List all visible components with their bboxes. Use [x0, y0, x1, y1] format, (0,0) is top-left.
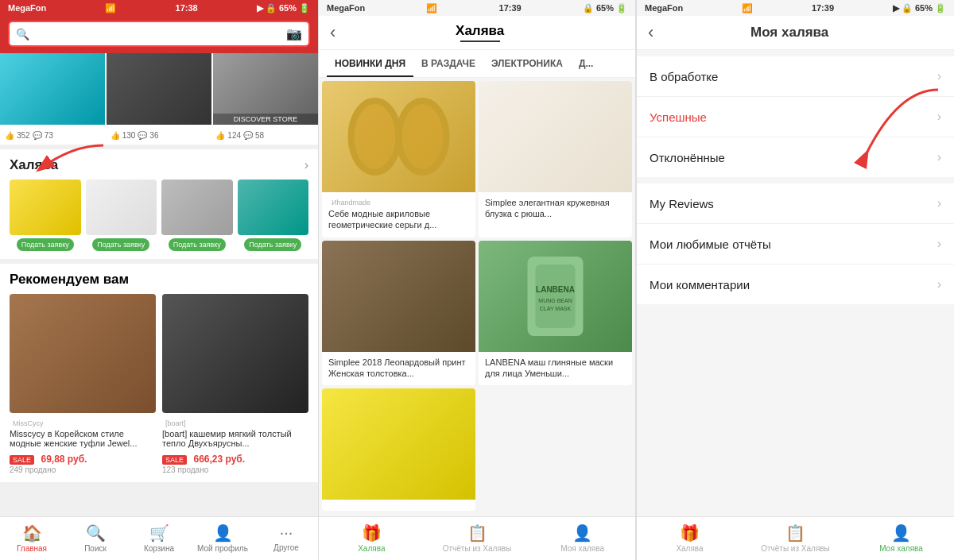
chevron-fav-reports: ›: [937, 237, 941, 251]
title-underline-2: [460, 41, 500, 42]
earrings-svg: [322, 81, 475, 192]
right-icons-3: ▶ 🔒 65% 🔋: [893, 3, 946, 14]
menu-successful[interactable]: Успешные ›: [637, 97, 954, 137]
apply-btn-1[interactable]: Подать заявку: [17, 238, 74, 251]
gift-icon-2: 🎁: [362, 523, 382, 543]
back-button-2[interactable]: ‹: [330, 22, 335, 43]
menu-label-processing: В обработке: [650, 70, 718, 83]
product-card-5[interactable]: [322, 388, 475, 511]
nav3-khalyava-label: Халява: [676, 544, 703, 553]
nav-search[interactable]: 🔍 Поиск: [64, 522, 127, 554]
bottom-nav-3: 🎁 Халява 📋 Отчёты из Халявы 👤 Моя халява: [637, 516, 954, 560]
khalyava-item-4: Подать заявку: [238, 180, 309, 251]
back-button-3[interactable]: ‹: [648, 22, 653, 43]
product-card-info-3: Simplee 2018 Леопардовый принт Женская т…: [322, 352, 475, 386]
recommend-item-1[interactable]: MissCycy Misscycy в Корейском стиле модн…: [10, 294, 156, 474]
nav3-reports[interactable]: 📋 Отчёты из Халявы: [743, 522, 848, 554]
nav3-my-khalyava[interactable]: 👤 Моя халява: [848, 522, 954, 554]
nav-home-label: Главная: [17, 544, 47, 553]
like-count-2: 130: [122, 131, 136, 140]
apply-btn-2[interactable]: Подать заявку: [92, 238, 149, 251]
menu-my-comments[interactable]: Мои комментарии ›: [637, 265, 954, 304]
my-khalyava-icon-2: 👤: [572, 523, 592, 543]
tab-novosti[interactable]: НОВИНКИ ДНЯ: [327, 50, 413, 77]
products-grid: Иhandmade Себе модные акриловые геометри…: [319, 78, 635, 514]
product-card-info-4: LANBENA маш глиняные маски для лица Умен…: [479, 352, 632, 386]
carrier-1: MegaFon: [8, 3, 46, 13]
phone3-content: В обработке › Успешные › Отклонённые ›: [637, 50, 954, 516]
product-card-2[interactable]: Simplee элегантная кружевная блузка с рю…: [479, 81, 632, 238]
sale-badge-2: SALE: [162, 455, 187, 465]
nav-home[interactable]: 🏠 Главная: [0, 522, 64, 554]
menu-in-processing[interactable]: В обработке ›: [637, 56, 954, 97]
menu-fav-reports[interactable]: Мои любимые отчёты ›: [637, 224, 954, 265]
nav2-reports[interactable]: 📋 Отчёты из Халявы: [425, 522, 530, 554]
camera-icon[interactable]: 📷: [286, 26, 302, 41]
phone1-content: DISCOVER STORE 👍 352 💬 73 👍 130 💬 36 👍 1…: [0, 53, 318, 516]
tab-razdacha[interactable]: В РАЗДАЧЕ: [413, 50, 483, 77]
product-card-info-1: Иhandmade Себе модные акриловые геометри…: [322, 192, 475, 238]
recommend-item-2[interactable]: [boart] [boart] кашемир мягкий толстый т…: [162, 294, 308, 474]
chevron-comments: ›: [937, 277, 941, 292]
menu-rejected[interactable]: Отклонённые ›: [637, 137, 954, 177]
nav-cart-label: Корзина: [144, 544, 174, 553]
product-img-blouse: [479, 81, 632, 192]
time-3: 17:39: [812, 3, 834, 13]
khalyava-arrow[interactable]: ›: [304, 158, 308, 172]
search-input[interactable]: smart power strip: [34, 28, 281, 40]
nav-cart[interactable]: 🛒 Корзина: [127, 522, 191, 554]
product-card-3[interactable]: Simplee 2018 Леопардовый принт Женская т…: [322, 241, 475, 386]
stat-2: 👍 130 💬 36: [107, 131, 211, 140]
rec-price-row-2: SALE 666,23 руб.: [162, 451, 308, 465]
nav2-khalyava[interactable]: 🎁 Халява: [319, 522, 425, 554]
nav-more[interactable]: ··· Другое: [254, 522, 318, 554]
home-icon: 🏠: [22, 523, 42, 543]
khalyava-title: Халява: [10, 157, 58, 173]
signal-icon-1: 📶: [105, 3, 116, 14]
right-icons-2: 🔒 65% 🔋: [583, 3, 627, 14]
right-icons-1: ▶ 🔒 65% 🔋: [257, 3, 310, 14]
chevron-rejected: ›: [937, 150, 941, 164]
sold-2: 123 продано: [162, 465, 308, 474]
menu-section-1: В обработке › Успешные › Отклонённые ›: [637, 56, 954, 177]
like-icon-2: 👍: [111, 131, 120, 140]
nav2-reports-label: Отчёты из Халявы: [443, 544, 512, 553]
nav3-my-khalyava-label: Моя халява: [879, 544, 923, 553]
menu-label-reviews: My Reviews: [650, 197, 714, 210]
sold-1: 249 продано: [10, 465, 156, 474]
menu-my-reviews[interactable]: My Reviews ›: [637, 183, 954, 224]
khalyava-img-3: [161, 180, 233, 235]
comment-count-2: 36: [149, 131, 158, 140]
product-name-3: Simplee 2018 Леопардовый принт Женская т…: [328, 357, 469, 380]
nav-search-label: Поиск: [84, 544, 107, 553]
khalyava-item-3: Подать заявку: [161, 180, 233, 251]
product-img-cyan: [0, 53, 105, 125]
khalyava-item-1: Подать заявку: [10, 180, 81, 251]
bottom-nav-2: 🎁 Халява 📋 Отчёты из Халявы 👤 Моя халява: [319, 516, 635, 560]
product-card-4[interactable]: LANBENA MUNG BEAN CLAY MASK LANBENA маш …: [479, 241, 632, 386]
more-icon: ···: [280, 523, 293, 542]
rec-brand-1: MissCycy: [10, 418, 156, 429]
apply-btn-4[interactable]: Подать заявку: [244, 238, 301, 251]
sale-badge-1: SALE: [10, 455, 34, 465]
bottom-nav-1: 🏠 Главная 🔍 Поиск 🛒 Корзина 👤 Мой профил…: [0, 516, 318, 560]
signal-icon-2: 📶: [426, 3, 437, 14]
svg-text:MUNG BEAN: MUNG BEAN: [538, 298, 572, 303]
tab-more[interactable]: Д...: [571, 50, 602, 77]
nav2-my-khalyava[interactable]: 👤 Моя халява: [529, 522, 635, 554]
tab-elektronika[interactable]: ЭЛЕКТРОНИКА: [483, 50, 571, 77]
carrier-3: MegaFon: [645, 3, 683, 13]
product-name-4: LANBENA маш глиняные маски для лица Умен…: [485, 357, 626, 380]
product-img-2: [107, 53, 211, 125]
nav3-khalyava[interactable]: 🎁 Халява: [637, 522, 743, 554]
tabs-2: НОВИНКИ ДНЯ В РАЗДАЧЕ ЭЛЕКТРОНИКА Д...: [319, 50, 635, 78]
product-card-1[interactable]: Иhandmade Себе модные акриловые геометри…: [322, 81, 475, 238]
carrier-2: MegaFon: [327, 3, 365, 13]
report-icon-2: 📋: [467, 523, 487, 543]
apply-btn-3[interactable]: Подать заявку: [169, 238, 226, 251]
search-input-wrap[interactable]: 🔍 smart power strip 📷: [8, 21, 310, 47]
nav-profile[interactable]: 👤 Мой профиль: [191, 522, 254, 554]
product-img-3: DISCOVER STORE: [213, 53, 318, 125]
menu-section-2: My Reviews › Мои любимые отчёты › Мои ко…: [637, 183, 954, 304]
product-card-info-5: [322, 500, 475, 511]
